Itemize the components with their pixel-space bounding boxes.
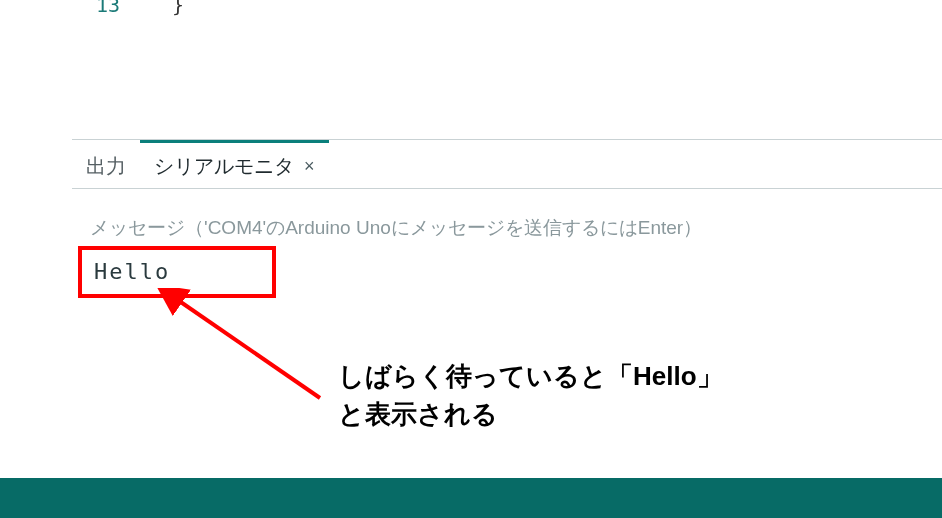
serial-send-input[interactable]: メッセージ（'COM4'のArduino Unoにメッセージを送信するにはEnt… [90,207,924,259]
serial-monitor-body: メッセージ（'COM4'のArduino Unoにメッセージを送信するにはEnt… [72,189,942,284]
tab-output[interactable]: 出力 [72,143,140,188]
line-number: 13 [96,0,132,18]
status-bar[interactable] [0,478,942,518]
code-line: } [172,0,184,18]
close-icon[interactable]: × [304,156,315,177]
tab-serial-label: シリアルモニタ [154,153,294,180]
line-gutter: 13 [72,0,132,130]
activity-bar [0,0,72,130]
code-editor[interactable]: 13 } [72,0,942,130]
serial-output-line: Hello [90,259,924,284]
bottom-panel: 出力 シリアルモニタ × メッセージ（'COM4'のArduino Unoにメッ… [72,140,942,490]
tab-serial-monitor[interactable]: シリアルモニタ × [140,140,329,188]
tab-output-label: 出力 [86,153,126,180]
panel-tabs: 出力 シリアルモニタ × [72,140,942,189]
annotation-caption: しばらく待っていると「Hello」 と表示される [338,358,723,433]
